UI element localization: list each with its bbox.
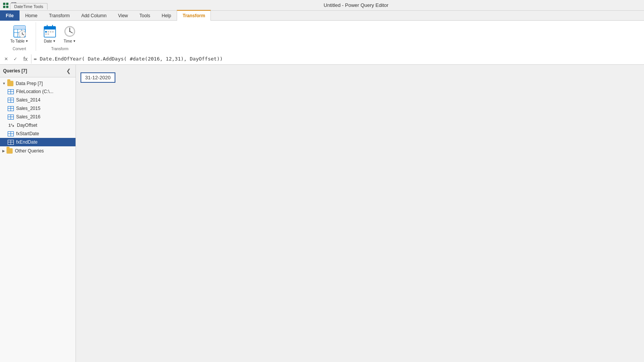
time-icon — [63, 24, 76, 39]
svg-rect-24 — [50, 31, 51, 33]
tab-view[interactable]: View — [112, 10, 134, 21]
tab-add-column[interactable]: Add Column — [76, 10, 112, 21]
sidebar-item-fx-start-date[interactable]: fxStartDate — [0, 129, 76, 138]
sidebar-item-sales-2014-label: Sales_2014 — [16, 97, 40, 103]
svg-rect-19 — [44, 29, 56, 29]
ribbon-group-transform: Date ▼ — [36, 22, 84, 51]
sidebar-item-file-location[interactable]: FileLocation (C:\... — [0, 87, 76, 96]
convert-buttons: To Table ▼ — [8, 22, 31, 45]
table-icon — [8, 106, 14, 111]
datetime-tools-badge[interactable]: DateTime Tools — [10, 3, 48, 10]
table-icon — [8, 115, 14, 120]
svg-rect-2 — [3, 6, 5, 8]
svg-rect-23 — [48, 31, 49, 33]
chevron-right-icon: ▶ — [2, 149, 5, 153]
table-icon — [8, 131, 14, 136]
time-button[interactable]: Time ▼ — [61, 23, 79, 44]
formula-cancel-button[interactable]: ✕ — [2, 54, 11, 64]
app-logo-icon[interactable] — [2, 2, 9, 9]
date-icon — [43, 24, 56, 39]
content-area: 31-12-2020 — [76, 65, 644, 362]
sidebar-group-data-prep-label: Data Prep [7] — [16, 81, 43, 86]
svg-rect-0 — [3, 3, 5, 5]
svg-rect-25 — [52, 31, 54, 33]
time-btn-label: Time ▼ — [64, 39, 76, 43]
sidebar-item-sales-2016-label: Sales_2016 — [16, 114, 40, 120]
sidebar-item-sales-2015-label: Sales_2015 — [16, 106, 40, 111]
svg-rect-12 — [14, 26, 25, 29]
svg-rect-27 — [48, 33, 49, 35]
transform-group-label: Transform — [51, 47, 68, 51]
sidebar-group-data-prep-header[interactable]: ▼ Data Prep [7] — [0, 80, 76, 87]
sidebar-item-day-offset[interactable]: 1²₃ DayOffset — [0, 121, 76, 129]
formula-bar: ✕ ✓ fx = Date.EndOfYear( Date.AddDays( #… — [0, 53, 644, 65]
sidebar-item-sales-2014[interactable]: Sales_2014 — [0, 96, 76, 104]
tab-home[interactable]: Home — [20, 10, 43, 21]
sidebar-group-other-queries-label: Other Queries — [15, 148, 44, 154]
ribbon: File Home Transform Add Column View Tool… — [0, 11, 644, 53]
chevron-down-icon: ▼ — [2, 82, 6, 85]
convert-group-label: Convert — [13, 47, 26, 51]
formula-input[interactable]: = Date.EndOfYear( Date.AddDays( #date(20… — [34, 56, 642, 62]
sidebar-content: ▼ Data Prep [7] FileLocation (C:\... — [0, 77, 76, 362]
ribbon-tabs-row: File Home Transform Add Column View Tool… — [0, 11, 644, 21]
app-title-bar: DateTime Tools Untitled - Power Query Ed… — [0, 0, 644, 11]
queries-sidebar: Queries [7] ❮ ▼ Data Prep [7] — [0, 65, 76, 362]
sidebar-title: Queries [7] — [3, 68, 27, 74]
sidebar-item-fx-end-date-label: fxEndDate — [16, 139, 38, 145]
svg-rect-3 — [6, 6, 8, 8]
sidebar-item-sales-2015[interactable]: Sales_2015 — [0, 104, 76, 113]
to-table-icon — [12, 24, 27, 39]
table-icon — [8, 98, 14, 103]
tab-transform[interactable]: Transform — [43, 10, 76, 21]
folder-icon-other — [7, 148, 13, 154]
folder-icon — [7, 81, 13, 86]
sidebar-item-file-location-label: FileLocation (C:\... — [16, 89, 53, 94]
tab-tools[interactable]: Tools — [134, 10, 156, 21]
tab-help[interactable]: Help — [156, 10, 177, 21]
svg-rect-1 — [6, 3, 8, 5]
sidebar-group-other-queries-header[interactable]: ▶ Other Queries — [0, 147, 76, 155]
transform-buttons: Date ▼ — [41, 22, 79, 45]
sidebar-group-other-queries: ▶ Other Queries — [0, 147, 76, 155]
to-table-dropdown-arrow: ▼ — [25, 39, 28, 43]
sidebar-item-fx-end-date[interactable]: fxEndDate — [0, 138, 76, 146]
formula-fx-icon: fx — [20, 54, 31, 64]
tab-file[interactable]: File — [0, 10, 20, 21]
sidebar-group-data-prep: ▼ Data Prep [7] FileLocation (C:\... — [0, 80, 76, 146]
ribbon-content: To Table ▼ Convert — [0, 21, 644, 53]
to-table-label: To Table ▼ — [10, 39, 28, 43]
sidebar-item-day-offset-label: DayOffset — [17, 123, 37, 128]
date-button[interactable]: Date ▼ — [41, 23, 59, 44]
table-icon — [8, 89, 14, 94]
sidebar-item-sales-2016[interactable]: Sales_2016 — [0, 113, 76, 121]
sidebar-item-fx-start-date-label: fxStartDate — [16, 131, 39, 136]
table-icon-active — [8, 140, 14, 145]
tab-transform-context[interactable]: Transform — [177, 10, 211, 21]
param-icon: 1²₃ — [8, 123, 15, 128]
svg-rect-22 — [45, 31, 47, 33]
formula-accept-button[interactable]: ✓ — [11, 54, 20, 64]
sidebar-collapse-button[interactable]: ❮ — [65, 67, 72, 75]
to-table-button[interactable]: To Table ▼ — [8, 23, 31, 44]
ribbon-group-convert: To Table ▼ Convert — [3, 22, 36, 51]
svg-rect-26 — [45, 33, 47, 35]
date-btn-label: Date ▼ — [44, 39, 56, 43]
data-cell-value[interactable]: 31-12-2020 — [80, 72, 115, 83]
window-title: Untitled - Power Query Editor — [71, 2, 642, 8]
main-area: Queries [7] ❮ ▼ Data Prep [7] — [0, 65, 644, 362]
svg-point-32 — [69, 31, 71, 32]
sidebar-header: Queries [7] ❮ — [0, 65, 76, 77]
